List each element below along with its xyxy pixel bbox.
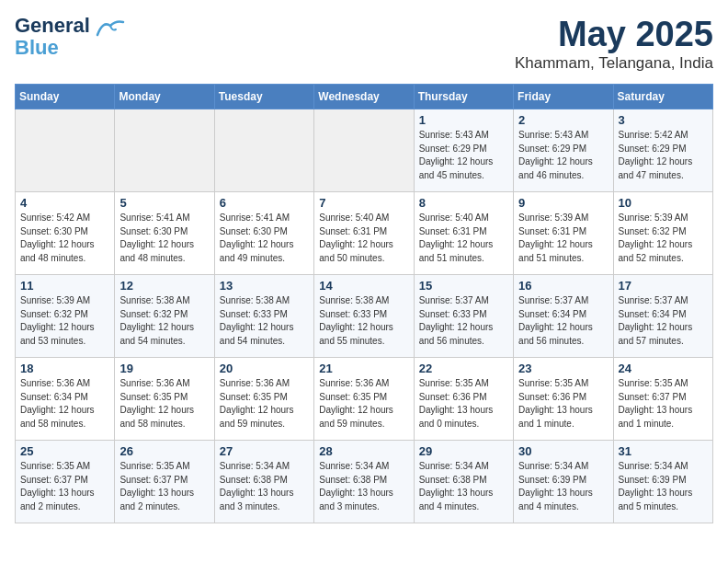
day-info: Sunrise: 5:37 AM Sunset: 6:34 PM Dayligh… [619,294,708,348]
day-info: Sunrise: 5:34 AM Sunset: 6:38 PM Dayligh… [319,460,408,513]
header-cell-wednesday: Wednesday [314,85,414,109]
day-info: Sunrise: 5:40 AM Sunset: 6:31 PM Dayligh… [319,212,408,265]
day-info: Sunrise: 5:41 AM Sunset: 6:30 PM Dayligh… [119,212,209,265]
day-number: 8 [419,196,508,210]
day-number: 14 [319,279,408,293]
day-number: 24 [619,362,708,375]
day-info: Sunrise: 5:37 AM Sunset: 6:33 PM Dayligh… [419,294,508,348]
day-info: Sunrise: 5:42 AM Sunset: 6:30 PM Dayligh… [20,212,109,265]
day-cell [16,109,115,192]
header-row: SundayMondayTuesdayWednesdayThursdayFrid… [16,85,713,109]
day-cell: 7Sunrise: 5:40 AM Sunset: 6:31 PM Daylig… [314,192,414,275]
day-number: 25 [20,444,109,458]
day-number: 1 [419,113,508,127]
day-info: Sunrise: 5:39 AM Sunset: 6:31 PM Dayligh… [518,212,608,265]
day-number: 15 [419,279,508,293]
day-number: 18 [20,362,109,375]
month-title: May 2025 [515,15,713,54]
day-cell: 22Sunrise: 5:35 AM Sunset: 6:36 PM Dayli… [414,358,513,441]
day-info: Sunrise: 5:34 AM Sunset: 6:39 PM Dayligh… [518,460,608,513]
header-cell-saturday: Saturday [613,85,712,109]
day-info: Sunrise: 5:43 AM Sunset: 6:29 PM Dayligh… [518,129,608,182]
header-cell-tuesday: Tuesday [214,85,313,109]
day-info: Sunrise: 5:39 AM Sunset: 6:32 PM Dayligh… [20,294,109,348]
day-cell: 29Sunrise: 5:34 AM Sunset: 6:38 PM Dayli… [414,441,513,523]
day-info: Sunrise: 5:40 AM Sunset: 6:31 PM Dayligh… [419,212,508,265]
day-cell [314,109,414,192]
day-number: 29 [419,444,508,458]
header-cell-thursday: Thursday [414,85,513,109]
day-cell: 13Sunrise: 5:38 AM Sunset: 6:33 PM Dayli… [214,275,313,358]
day-number: 28 [319,444,408,458]
day-cell [115,109,214,192]
day-number: 10 [619,196,708,210]
day-number: 17 [619,279,708,293]
day-number: 19 [119,362,209,375]
day-info: Sunrise: 5:34 AM Sunset: 6:38 PM Dayligh… [419,460,508,513]
day-number: 23 [518,362,608,375]
header-cell-friday: Friday [514,85,613,109]
day-info: Sunrise: 5:36 AM Sunset: 6:34 PM Dayligh… [20,377,109,431]
day-cell: 14Sunrise: 5:38 AM Sunset: 6:33 PM Dayli… [314,275,414,358]
week-row-1: 1Sunrise: 5:43 AM Sunset: 6:29 PM Daylig… [16,109,713,192]
day-number: 5 [119,196,209,210]
day-info: Sunrise: 5:42 AM Sunset: 6:29 PM Dayligh… [619,129,708,182]
week-row-5: 25Sunrise: 5:35 AM Sunset: 6:37 PM Dayli… [16,441,713,523]
day-info: Sunrise: 5:35 AM Sunset: 6:36 PM Dayligh… [518,377,608,431]
day-number: 3 [619,113,708,127]
day-info: Sunrise: 5:34 AM Sunset: 6:39 PM Dayligh… [619,460,708,513]
day-cell: 4Sunrise: 5:42 AM Sunset: 6:30 PM Daylig… [16,192,115,275]
day-cell: 25Sunrise: 5:35 AM Sunset: 6:37 PM Dayli… [16,441,115,523]
day-cell: 10Sunrise: 5:39 AM Sunset: 6:32 PM Dayli… [613,192,712,275]
day-info: Sunrise: 5:37 AM Sunset: 6:34 PM Dayligh… [518,294,608,348]
logo: GeneralBlue [15,15,125,59]
day-info: Sunrise: 5:34 AM Sunset: 6:38 PM Dayligh… [220,460,309,513]
day-number: 21 [319,362,408,375]
calendar-table: SundayMondayTuesdayWednesdayThursdayFrid… [15,84,713,523]
day-cell: 19Sunrise: 5:36 AM Sunset: 6:35 PM Dayli… [115,358,214,441]
day-cell: 9Sunrise: 5:39 AM Sunset: 6:31 PM Daylig… [514,192,613,275]
day-cell: 16Sunrise: 5:37 AM Sunset: 6:34 PM Dayli… [514,275,613,358]
day-info: Sunrise: 5:35 AM Sunset: 6:37 PM Dayligh… [619,377,708,431]
page-header: GeneralBlue May 2025 Khammam, Telangana,… [15,15,713,73]
day-cell: 23Sunrise: 5:35 AM Sunset: 6:36 PM Dayli… [514,358,613,441]
day-number: 22 [419,362,508,375]
day-cell: 28Sunrise: 5:34 AM Sunset: 6:38 PM Dayli… [314,441,414,523]
day-cell: 26Sunrise: 5:35 AM Sunset: 6:37 PM Dayli… [115,441,214,523]
day-info: Sunrise: 5:35 AM Sunset: 6:37 PM Dayligh… [119,460,209,513]
day-info: Sunrise: 5:38 AM Sunset: 6:33 PM Dayligh… [220,294,309,348]
day-cell: 5Sunrise: 5:41 AM Sunset: 6:30 PM Daylig… [115,192,214,275]
header-cell-monday: Monday [115,85,214,109]
day-number: 11 [20,279,109,293]
day-number: 16 [518,279,608,293]
day-cell: 8Sunrise: 5:40 AM Sunset: 6:31 PM Daylig… [414,192,513,275]
day-info: Sunrise: 5:36 AM Sunset: 6:35 PM Dayligh… [119,377,209,431]
day-number: 9 [518,196,608,210]
day-cell: 20Sunrise: 5:36 AM Sunset: 6:35 PM Dayli… [214,358,313,441]
day-number: 30 [518,444,608,458]
day-number: 31 [619,444,708,458]
logo-bird-icon [96,18,125,39]
day-info: Sunrise: 5:43 AM Sunset: 6:29 PM Dayligh… [419,129,508,182]
day-cell: 21Sunrise: 5:36 AM Sunset: 6:35 PM Dayli… [314,358,414,441]
week-row-3: 11Sunrise: 5:39 AM Sunset: 6:32 PM Dayli… [16,275,713,358]
day-cell: 17Sunrise: 5:37 AM Sunset: 6:34 PM Dayli… [613,275,712,358]
day-cell [214,109,313,192]
day-info: Sunrise: 5:41 AM Sunset: 6:30 PM Dayligh… [220,212,309,265]
title-block: May 2025 Khammam, Telangana, India [515,15,713,73]
day-number: 20 [220,362,309,375]
day-number: 6 [220,196,309,210]
day-cell: 12Sunrise: 5:38 AM Sunset: 6:32 PM Dayli… [115,275,214,358]
day-number: 7 [319,196,408,210]
day-number: 26 [119,444,209,458]
day-cell: 24Sunrise: 5:35 AM Sunset: 6:37 PM Dayli… [613,358,712,441]
header-cell-sunday: Sunday [16,85,115,109]
day-cell: 30Sunrise: 5:34 AM Sunset: 6:39 PM Dayli… [514,441,613,523]
day-info: Sunrise: 5:35 AM Sunset: 6:36 PM Dayligh… [419,377,508,431]
day-info: Sunrise: 5:38 AM Sunset: 6:32 PM Dayligh… [119,294,209,348]
day-cell: 3Sunrise: 5:42 AM Sunset: 6:29 PM Daylig… [613,109,712,192]
day-cell: 2Sunrise: 5:43 AM Sunset: 6:29 PM Daylig… [514,109,613,192]
week-row-4: 18Sunrise: 5:36 AM Sunset: 6:34 PM Dayli… [16,358,713,441]
day-cell: 1Sunrise: 5:43 AM Sunset: 6:29 PM Daylig… [414,109,513,192]
day-info: Sunrise: 5:36 AM Sunset: 6:35 PM Dayligh… [220,377,309,431]
